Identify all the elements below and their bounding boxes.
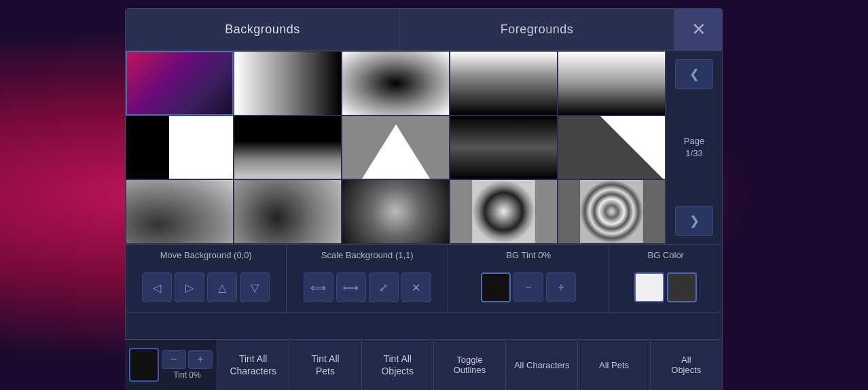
grid-cell-14[interactable]: [450, 179, 558, 244]
svg-rect-1: [580, 180, 643, 243]
tint-swatch[interactable]: [129, 348, 159, 382]
tint-all-objects-button[interactable]: Tint AllObjects: [362, 340, 434, 390]
grid-cell-5[interactable]: [558, 51, 666, 116]
tab-backgrounds[interactable]: Backgrounds: [126, 9, 400, 50]
plus-icon: +: [197, 353, 203, 366]
nav-panel: ❮ Page 1/33 ❯: [666, 51, 722, 244]
scale-c-icon: ⟼: [343, 281, 359, 294]
bg-color-buttons: [609, 263, 722, 312]
tint-label: Tint 0%: [173, 370, 200, 380]
plus-icon: +: [558, 281, 564, 294]
tint-plus-button[interactable]: +: [546, 272, 576, 302]
tint-section: − + Tint 0%: [125, 340, 217, 390]
chevron-right-icon: ❯: [689, 213, 700, 228]
background-grid: [126, 51, 666, 244]
grid-cell-11[interactable]: [126, 179, 234, 244]
all-objects-button[interactable]: AllObjects: [651, 340, 723, 390]
grid-cell-9[interactable]: [450, 116, 558, 180]
controls-row: Move Background (0,0) ◁ ▷ △ ▽ Scale Back…: [126, 245, 722, 313]
scale-x-button[interactable]: ✕: [401, 272, 431, 302]
scale-bg-label: Scale Background (1,1): [287, 245, 447, 263]
grid-cell-1[interactable]: [126, 51, 234, 116]
move-right-button[interactable]: ▷: [175, 272, 204, 302]
scale-bg-group: Scale Background (1,1) ⟺ ⟼ ⤢ ✕: [287, 245, 448, 312]
minus-icon: −: [526, 281, 532, 294]
close-button[interactable]: ✕: [674, 9, 722, 50]
all-objects-label: AllObjects: [671, 355, 701, 375]
tint-all-pets-label: Tint AllPets: [311, 353, 340, 377]
move-bg-label: Move Background (0,0): [126, 245, 286, 263]
arrow-right-icon: ▷: [185, 281, 194, 294]
all-pets-label: All Pets: [599, 360, 629, 370]
grid-cell-6[interactable]: [126, 116, 234, 180]
tab-foregrounds[interactable]: Foregrounds: [400, 9, 674, 50]
tint-color-swatch[interactable]: [481, 272, 511, 302]
bg-color-dark-swatch[interactable]: [667, 272, 697, 302]
scale-up-button[interactable]: ⤢: [369, 272, 399, 302]
bottom-tint-minus[interactable]: −: [162, 350, 186, 369]
tint-all-characters-button[interactable]: Tint AllCharacters: [217, 340, 289, 390]
minus-icon: −: [170, 353, 177, 366]
bg-color-white-swatch[interactable]: [634, 272, 664, 302]
prev-page-button[interactable]: ❮: [675, 59, 713, 89]
move-bg-group: Move Background (0,0) ◁ ▷ △ ▽: [126, 245, 287, 312]
page-label-text: Page: [684, 135, 704, 147]
all-characters-label: All Characters: [514, 360, 570, 370]
page-value-text: 1/33: [684, 147, 704, 160]
scale-h-icon: ⟺: [310, 281, 326, 294]
bg-tint-label: BG Tint 0%: [448, 245, 609, 263]
page-indicator: Page 1/33: [684, 135, 704, 160]
scale-horiz-button[interactable]: ⟺: [304, 272, 333, 302]
all-characters-button[interactable]: All Characters: [506, 340, 578, 390]
tab-row: Backgrounds Foregrounds ✕: [126, 9, 722, 51]
move-up-button[interactable]: △: [207, 272, 237, 302]
grid-cell-7[interactable]: [234, 116, 342, 180]
grid-and-nav: ❮ Page 1/33 ❯: [126, 51, 722, 245]
bg-color-group: BG Color: [609, 245, 722, 312]
arrow-down-icon: ▽: [251, 281, 259, 294]
move-left-button[interactable]: ◁: [142, 272, 172, 302]
bg-color-label: BG Color: [609, 245, 722, 263]
tint-all-pets-button[interactable]: Tint AllPets: [289, 340, 361, 390]
scale-x-icon: ✕: [412, 281, 420, 294]
grid-cell-4[interactable]: [450, 51, 558, 116]
tint-controls: − + Tint 0%: [162, 350, 213, 380]
bg-tint-buttons: − +: [448, 263, 609, 312]
arrow-left-icon: ◁: [153, 281, 161, 294]
next-page-button[interactable]: ❯: [675, 206, 713, 236]
bottom-tint-plus[interactable]: +: [188, 350, 213, 369]
grid-cell-15[interactable]: [558, 179, 666, 244]
chevron-left-icon: ❮: [689, 67, 700, 82]
bottom-toolbar: − + Tint 0% Tint AllCharacters Tint AllP…: [125, 339, 723, 390]
scale-bg-buttons: ⟺ ⟼ ⤢ ✕: [287, 263, 447, 312]
move-down-button[interactable]: ▽: [240, 272, 270, 302]
toggle-outlines-label: ToggleOutlines: [454, 355, 486, 375]
tint-all-characters-label: Tint AllCharacters: [230, 353, 276, 377]
grid-cell-3[interactable]: [342, 51, 450, 116]
grid-cell-2[interactable]: [234, 51, 342, 116]
move-bg-buttons: ◁ ▷ △ ▽: [126, 263, 286, 312]
arrow-up-icon: △: [218, 281, 226, 294]
scale-compress-button[interactable]: ⟼: [336, 272, 366, 302]
main-panel: Backgrounds Foregrounds ✕: [125, 8, 723, 389]
toggle-outlines-button[interactable]: ToggleOutlines: [434, 340, 506, 390]
scale-u-icon: ⤢: [379, 281, 388, 294]
grid-cell-10[interactable]: [558, 116, 666, 180]
tint-all-objects-label: Tint AllObjects: [381, 353, 413, 377]
bg-tint-group: BG Tint 0% − +: [448, 245, 609, 312]
tint-minus-button[interactable]: −: [513, 272, 543, 302]
svg-rect-0: [472, 180, 535, 243]
grid-cell-12[interactable]: [234, 179, 342, 244]
grid-cell-8[interactable]: [342, 116, 450, 180]
grid-cell-13[interactable]: [342, 179, 450, 244]
all-pets-button[interactable]: All Pets: [578, 340, 650, 390]
tint-btn-row: − +: [162, 350, 213, 369]
